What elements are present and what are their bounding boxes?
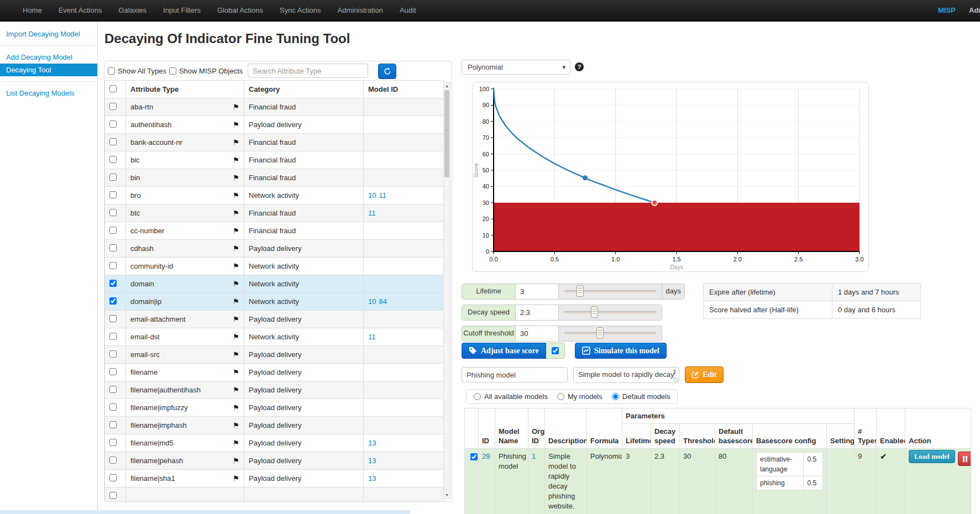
attribute-row[interactable]: domain⚑Network activity	[105, 275, 444, 293]
slider-handle[interactable]	[591, 306, 598, 318]
attribute-row-checkbox[interactable]	[109, 439, 117, 446]
decay-chart[interactable]: 01020304050607080901000.00.51.01.52.02.5…	[473, 82, 868, 271]
spinner-icon[interactable]	[672, 369, 677, 375]
filter-radio[interactable]	[557, 393, 564, 400]
show-misp-objects-toggle[interactable]: Show MISP Objects	[169, 67, 243, 75]
filter-option-default-models[interactable]: Default models	[612, 392, 670, 401]
flag-icon[interactable]: ⚑	[233, 120, 239, 129]
attribute-row[interactable]: bin⚑Financial fraud	[105, 169, 444, 187]
scroll-down-icon[interactable]: ▼	[444, 491, 450, 499]
flag-icon[interactable]: ⚑	[233, 209, 239, 217]
slider[interactable]	[559, 305, 662, 320]
resize-grip-icon[interactable]	[673, 377, 678, 382]
model-id-link[interactable]: 13	[368, 457, 376, 465]
slider-handle[interactable]	[596, 327, 604, 339]
sidebar-item-list-decaying-models[interactable]: List Decaying Models	[0, 87, 97, 99]
scroll-up-icon[interactable]: ▲	[444, 82, 450, 90]
attribute-row-checkbox[interactable]	[109, 227, 117, 234]
model-row-checkbox[interactable]	[470, 453, 478, 460]
flag-icon[interactable]: ⚑	[233, 421, 239, 429]
model-id-link[interactable]: 84	[379, 297, 386, 306]
attribute-row[interactable]: filename|sha1⚑Payload delivery13	[105, 470, 444, 487]
attribute-row[interactable]: bro⚑Network activity1011	[105, 187, 444, 204]
model-id-link[interactable]: 11	[379, 191, 386, 200]
model-id-link[interactable]: 11	[368, 333, 376, 341]
flag-icon[interactable]: ⚑	[233, 333, 239, 341]
flag-icon[interactable]: ⚑	[233, 297, 239, 306]
attribute-row[interactable]: cdhash⚑Payload delivery	[105, 240, 444, 258]
model-description-box[interactable]: Simple model to rapidly decay	[573, 367, 679, 383]
nav-item-event-actions[interactable]: Event Actions	[50, 0, 111, 21]
flag-icon[interactable]: ⚑	[233, 227, 239, 235]
attribute-row[interactable]: filename|md5⚑Payload delivery13	[105, 434, 444, 452]
slider-handle[interactable]	[577, 285, 584, 297]
show-all-types-checkbox[interactable]	[108, 67, 115, 75]
attribute-row[interactable]	[105, 487, 444, 502]
flag-icon[interactable]: ⚑	[233, 457, 239, 465]
nav-item-audit[interactable]: Audit	[391, 0, 425, 21]
refresh-search-button[interactable]	[378, 64, 396, 79]
attribute-table-scrollbar[interactable]: ▲ ▼	[443, 82, 450, 499]
sidebar-item-add-decaying-model[interactable]: Add Decaying Model	[0, 51, 97, 64]
flag-icon[interactable]: ⚑	[233, 174, 239, 182]
flag-icon[interactable]: ⚑	[233, 156, 239, 164]
adjust-base-score-checkbox[interactable]	[552, 347, 559, 354]
flag-icon[interactable]: ⚑	[233, 474, 239, 482]
attribute-row[interactable]: email-src⚑Payload delivery	[105, 346, 444, 364]
attribute-row-checkbox[interactable]	[109, 209, 117, 216]
select-all-checkbox[interactable]	[109, 85, 117, 92]
model-id-link[interactable]: 13	[368, 439, 376, 447]
slider[interactable]	[559, 326, 662, 341]
flag-icon[interactable]: ⚑	[233, 439, 239, 447]
sidebar-item-import-decaying-model[interactable]: Import Decaying Model	[0, 28, 97, 40]
attribute-row[interactable]: filename|impfuzzy⚑Payload delivery	[105, 399, 444, 417]
load-model-button[interactable]: Load model	[909, 450, 955, 463]
attribute-row[interactable]: btc⚑Financial fraud11	[105, 204, 444, 222]
attribute-row[interactable]: filename⚑Payload delivery	[105, 364, 444, 381]
attribute-row[interactable]: filename|imphash⚑Payload delivery	[105, 417, 444, 434]
attribute-row[interactable]: email-dst⚑Network activity11	[105, 328, 444, 346]
edit-model-button[interactable]: Edit	[685, 366, 724, 383]
model-id-link[interactable]: 11	[368, 209, 376, 217]
nav-item-sync-actions[interactable]: Sync Actions	[271, 0, 329, 21]
model-id-link[interactable]: 29	[482, 452, 490, 460]
nav-item-global-actions[interactable]: Global Actions	[209, 0, 271, 21]
attribute-row-checkbox[interactable]	[109, 492, 117, 499]
attribute-row[interactable]: filename|pehash⚑Payload delivery13	[105, 452, 444, 470]
slider[interactable]	[559, 284, 662, 299]
attribute-row-checkbox[interactable]	[109, 421, 117, 428]
attribute-row[interactable]: bic⚑Financial fraud	[105, 151, 444, 169]
slider-value-input[interactable]	[516, 305, 559, 320]
attribute-row-checkbox[interactable]	[109, 262, 117, 269]
model-id-link[interactable]: 13	[368, 474, 376, 482]
attribute-row-checkbox[interactable]	[109, 368, 117, 375]
slider-value-input[interactable]	[516, 284, 559, 299]
attribute-row-checkbox[interactable]	[109, 156, 117, 163]
attribute-row-checkbox[interactable]	[109, 333, 117, 340]
flag-icon[interactable]: ⚑	[233, 280, 239, 288]
search-input[interactable]	[248, 64, 368, 78]
model-id-link[interactable]: 10	[368, 297, 376, 306]
simulate-model-button[interactable]: Simulate this model	[575, 343, 667, 359]
adjust-base-score-toggle[interactable]	[546, 343, 565, 359]
pause-model-button[interactable]	[958, 452, 971, 466]
show-misp-objects-checkbox[interactable]	[169, 67, 176, 75]
flag-icon[interactable]: ⚑	[233, 386, 239, 394]
flag-icon[interactable]: ⚑	[233, 103, 239, 111]
attribute-row[interactable]: domain|ip⚑Network activity1084	[105, 293, 444, 311]
attribute-row-checkbox[interactable]	[109, 138, 117, 145]
flag-icon[interactable]: ⚑	[233, 368, 239, 376]
flag-icon[interactable]: ⚑	[233, 138, 239, 146]
attribute-row[interactable]: cc-number⚑Financial fraud	[105, 222, 444, 240]
attribute-row-checkbox[interactable]	[109, 103, 117, 110]
slider-value-input[interactable]	[516, 326, 559, 341]
misp-brand[interactable]: MISP	[938, 0, 956, 21]
flag-icon[interactable]: ⚑	[233, 191, 239, 200]
attribute-row-checkbox[interactable]	[109, 191, 117, 198]
attribute-row[interactable]: email-attachment⚑Payload delivery	[105, 311, 444, 328]
filter-option-all-available-models[interactable]: All available models	[474, 392, 548, 401]
attribute-row-checkbox[interactable]	[109, 350, 117, 358]
scrollbar-thumb[interactable]	[444, 90, 449, 177]
model-name-input[interactable]	[462, 367, 568, 382]
filter-radio[interactable]	[612, 393, 619, 400]
